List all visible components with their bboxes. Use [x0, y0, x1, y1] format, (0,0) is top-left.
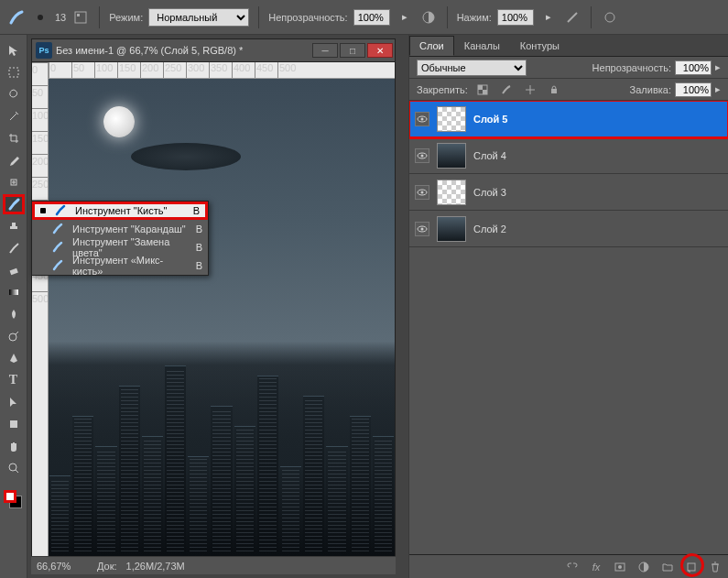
brush-size-dot-icon[interactable] [31, 8, 49, 27]
svg-rect-15 [551, 89, 557, 93]
brush-size-value: 13 [55, 12, 66, 23]
eyedropper-tool[interactable] [3, 150, 25, 170]
tablet-size-icon[interactable] [601, 8, 619, 27]
blend-mode-select[interactable]: Нормальный [148, 8, 249, 27]
canvas-wrapper: 050100150200250300350400450500 050100150… [31, 62, 396, 557]
svg-rect-2 [77, 14, 80, 16]
layer-fx-icon[interactable]: fx [589, 560, 603, 574]
visibility-toggle-icon[interactable] [415, 148, 429, 163]
canvas[interactable] [49, 79, 395, 556]
svg-point-0 [38, 15, 43, 20]
flow-flyout-icon[interactable]: ▸ [539, 8, 558, 27]
layer-thumbnail [437, 216, 466, 242]
brush-flyout-item[interactable]: Инструмент «Микс-кисть»B [32, 256, 208, 275]
svg-rect-12 [478, 85, 487, 94]
blur-tool[interactable] [3, 304, 25, 324]
svg-rect-1 [75, 12, 86, 23]
brush-flyout-item[interactable]: Инструмент "Кисть"B [32, 202, 208, 220]
move-tool[interactable] [3, 40, 25, 60]
svg-point-21 [421, 191, 424, 193]
brush-preview-icon[interactable] [7, 8, 26, 27]
zoom-tool[interactable] [3, 458, 25, 478]
layer-row[interactable]: Слой 2 [409, 211, 728, 247]
svg-point-20 [418, 190, 427, 195]
healing-tool[interactable] [3, 172, 25, 192]
ruler-vertical[interactable]: 050100150200250300350400450500 [32, 62, 49, 556]
link-layers-icon[interactable] [565, 560, 580, 574]
dodge-tool[interactable] [3, 326, 25, 346]
eraser-tool[interactable] [3, 260, 25, 280]
minimize-button[interactable]: ─ [312, 43, 338, 58]
airbrush-icon[interactable] [563, 8, 581, 27]
svg-point-9 [9, 333, 16, 341]
visibility-toggle-icon[interactable] [415, 222, 429, 236]
layers-list: Слой 5Слой 4Слой 3Слой 2 [409, 101, 728, 554]
shape-tool[interactable] [3, 414, 25, 434]
layers-footer: fx [409, 554, 728, 578]
opacity-input[interactable] [353, 9, 390, 26]
stamp-tool[interactable] [3, 216, 25, 236]
brush-tool[interactable] [3, 194, 25, 214]
maximize-button[interactable]: □ [340, 43, 365, 58]
layer-opacity-input[interactable] [675, 60, 712, 75]
svg-rect-10 [10, 420, 17, 428]
tablet-opacity-icon[interactable] [419, 8, 438, 27]
hand-tool[interactable] [3, 436, 25, 456]
visibility-toggle-icon[interactable] [415, 185, 429, 200]
color-swatch-fg[interactable] [3, 489, 25, 515]
layer-blend-select[interactable]: Обычные [417, 60, 527, 76]
pen-tool[interactable] [3, 348, 25, 368]
panel-tab[interactable]: Каналы [454, 36, 510, 56]
layer-row[interactable]: Слой 4 [409, 137, 728, 174]
lasso-tool[interactable] [3, 84, 25, 104]
svg-point-26 [639, 562, 648, 572]
svg-rect-5 [9, 68, 18, 77]
group-icon[interactable] [660, 560, 675, 574]
opacity-label: Непрозрачность: [268, 12, 347, 23]
layer-name: Слой 4 [473, 150, 506, 161]
status-bar: 66,67% Док: 1,26M/2,73M [31, 556, 396, 574]
brush-flyout-item[interactable]: Инструмент "Замена цвета"B [32, 238, 208, 256]
wand-tool[interactable] [3, 106, 25, 126]
lock-position-icon[interactable] [521, 81, 539, 99]
adjustment-layer-icon[interactable] [636, 560, 651, 574]
svg-point-4 [605, 13, 614, 22]
svg-point-16 [418, 116, 427, 122]
tools-panel: T [0, 35, 27, 578]
lock-paint-icon[interactable] [497, 81, 516, 99]
marquee-tool[interactable] [3, 62, 25, 82]
layer-row[interactable]: Слой 5 [409, 101, 728, 137]
fill-label: Заливка: [630, 84, 671, 95]
flow-input[interactable] [497, 9, 534, 26]
crop-tool[interactable] [3, 128, 25, 148]
document-titlebar[interactable]: Ps Без имени-1 @ 66,7% (Слой 5, RGB/8) *… [31, 38, 396, 62]
ruler-horizontal[interactable]: 050100150200250300350400450500 [49, 62, 395, 79]
svg-point-3 [423, 12, 434, 23]
layer-row[interactable]: Слой 3 [409, 174, 728, 211]
brush-flyout-item[interactable]: Инструмент "Карандаш"B [32, 220, 208, 238]
delete-layer-icon[interactable] [708, 560, 723, 574]
lock-all-icon[interactable] [545, 81, 563, 99]
mode-label: Режим: [109, 12, 143, 23]
brush-panel-toggle-icon[interactable] [71, 8, 90, 27]
dropdown-icon[interactable]: ▸ [715, 61, 721, 73]
layer-name: Слой 3 [473, 187, 506, 198]
history-brush-tool[interactable] [3, 238, 25, 258]
layer-mask-icon[interactable] [613, 560, 627, 574]
fill-input[interactable] [675, 82, 712, 97]
path-select-tool[interactable] [3, 392, 25, 412]
svg-point-17 [421, 117, 424, 120]
panel-tab[interactable]: Контуры [510, 36, 570, 56]
lock-transparency-icon[interactable] [473, 81, 492, 99]
doc-size-label: Док: [97, 561, 117, 572]
close-button[interactable]: ✕ [367, 43, 393, 58]
dropdown-icon[interactable]: ▸ [715, 83, 721, 95]
type-tool[interactable]: T [3, 370, 25, 390]
zoom-level[interactable]: 66,67% [37, 561, 88, 572]
layer-name: Слой 2 [473, 224, 506, 234]
gradient-tool[interactable] [3, 282, 25, 302]
panel-tab[interactable]: Слои [409, 36, 454, 56]
svg-rect-7 [9, 268, 17, 275]
visibility-toggle-icon[interactable] [415, 112, 429, 126]
opacity-flyout-icon[interactable]: ▸ [396, 8, 414, 27]
